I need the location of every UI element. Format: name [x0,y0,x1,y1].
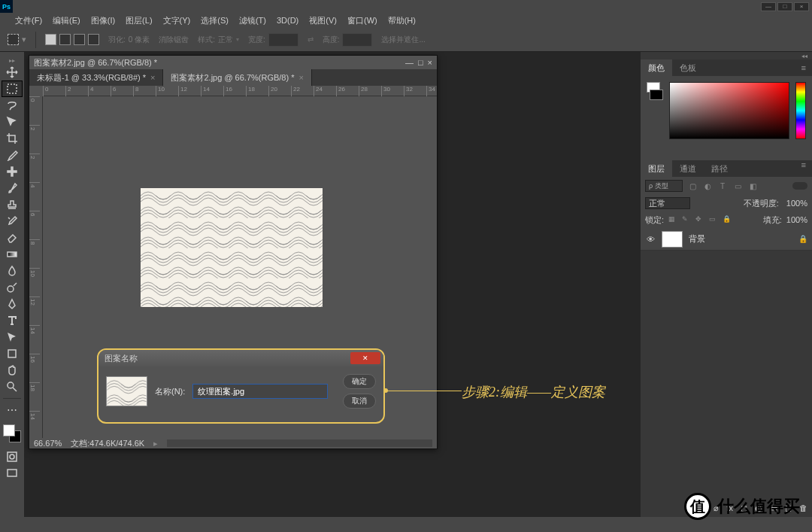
lock-position-icon[interactable]: ✥ [695,215,704,224]
marquee-tool-icon[interactable] [8,34,19,45]
tab-pattern[interactable]: 图案素材2.jpg @ 66.7%(RGB/8) * × [163,69,311,86]
menu-image[interactable]: 图像(I) [91,15,115,26]
panel-menu-icon[interactable]: ≡ [795,63,812,72]
filter-adjustment-icon[interactable]: ◐ [702,181,713,191]
menu-window[interactable]: 窗口(W) [347,15,377,26]
filter-type-icon[interactable]: T [717,181,728,191]
opacity-value[interactable]: 100% [786,199,807,208]
selection-add-icon[interactable] [59,34,71,45]
zoom-level[interactable]: 66.67% [34,439,62,448]
dialog-titlebar[interactable]: 图案名称 ✕ [98,350,383,366]
menu-filter[interactable]: 滤镜(T) [239,15,266,26]
panel-collapse-icon[interactable]: ◂◂ [641,52,812,59]
doc-size[interactable]: 文档:474.6K/474.6K [71,438,144,449]
foreground-swatch[interactable] [3,424,15,436]
menu-edit[interactable]: 编辑(E) [53,15,80,26]
filter-smart-icon[interactable]: ◧ [747,181,758,191]
visibility-icon[interactable]: 👁 [645,235,656,244]
menu-3d[interactable]: 3D(D) [277,16,298,25]
edit-toolbar-icon[interactable]: ⋯ [2,402,23,418]
layers-menu-icon[interactable]: ≡ [795,160,812,177]
tab-close-icon[interactable]: × [298,73,303,82]
svg-rect-9 [8,470,17,476]
doc-close-icon[interactable]: × [428,58,432,67]
screen-mode-icon[interactable] [2,465,23,482]
menu-view[interactable]: 视图(V) [309,15,337,26]
panel-bg-swatch[interactable] [650,90,663,100]
menu-layer[interactable]: 图层(L) [126,15,152,26]
menu-type[interactable]: 文字(Y) [163,15,191,26]
tab-channels[interactable]: 通道 [672,160,704,177]
blend-mode-dropdown[interactable]: 正常 [645,197,690,209]
eraser-tool[interactable] [2,230,23,246]
crop-tool[interactable] [2,130,23,147]
menu-file[interactable]: 文件(F) [15,15,42,26]
tools-collapse-icon[interactable]: ▸▸ [0,56,24,64]
menu-help[interactable]: 帮助(H) [388,15,416,26]
refine-edge-button[interactable]: 选择并遮住... [381,35,425,45]
filter-type-dropdown[interactable]: ρ 类型 [645,180,683,192]
document-titlebar[interactable]: 图案素材2.jpg @ 66.7%(RGB/8) * — □ × [29,56,437,69]
tab-swatches[interactable]: 色板 [672,59,704,76]
lock-image-icon[interactable]: ✎ [682,215,691,224]
fill-value[interactable]: 100% [786,215,807,224]
pattern-name-input[interactable] [192,384,328,399]
blur-tool[interactable] [2,263,23,279]
tab-untitled[interactable]: 未标题-1 @ 33.3%(RGB/8#) * × [29,69,163,86]
delete-layer-icon[interactable]: 🗑 [799,503,807,512]
healing-tool[interactable] [2,163,23,180]
selection-intersect-icon[interactable] [88,34,99,45]
stamp-tool[interactable] [2,196,23,213]
zoom-tool[interactable] [2,378,23,395]
close-button[interactable]: × [794,2,809,11]
lasso-tool[interactable] [2,97,23,114]
lock-all-icon[interactable]: 🔒 [723,215,732,224]
ruler-vertical[interactable]: 022468101214161814 [29,96,43,438]
lock-artboard-icon[interactable]: ▭ [709,215,718,224]
tab-color[interactable]: 颜色 [641,59,672,76]
name-label: 名称(N): [155,386,185,397]
selection-subtract-icon[interactable] [74,34,85,45]
selection-new-icon[interactable] [45,34,56,45]
horizontal-scrollbar[interactable] [167,439,432,447]
layer-row[interactable]: 👁 背景 🔒 [641,228,812,251]
pen-tool[interactable] [2,296,23,312]
shape-tool[interactable] [2,345,23,362]
tab-paths[interactable]: 路径 [704,160,735,177]
doc-minimize-icon[interactable]: — [405,58,414,67]
app-logo: Ps [0,0,13,13]
marquee-tool[interactable] [2,81,23,97]
maximize-button[interactable]: □ [777,2,792,11]
type-tool[interactable] [2,312,23,329]
filter-image-icon[interactable]: ▢ [687,181,698,191]
quick-mask-icon[interactable] [2,448,23,465]
layer-thumbnail[interactable] [662,231,683,248]
brush-tool[interactable] [2,180,23,196]
feather-value[interactable]: 0 像素 [129,35,150,45]
menu-select[interactable]: 选择(S) [201,15,229,26]
lock-transparency-icon[interactable]: ▦ [668,215,677,224]
minimize-button[interactable]: — [761,2,776,11]
ok-button[interactable]: 确定 [343,374,376,389]
history-brush-tool[interactable] [2,213,23,230]
tab-layers[interactable]: 图层 [641,160,672,177]
move-tool[interactable] [2,64,23,81]
color-field[interactable] [669,82,789,139]
path-tool[interactable] [2,329,23,345]
filter-shape-icon[interactable]: ▭ [732,181,743,191]
hand-tool[interactable] [2,362,23,378]
cancel-button[interactable]: 取消 [343,394,376,409]
quick-select-tool[interactable] [2,114,23,130]
hue-slider[interactable] [795,82,806,139]
style-dropdown[interactable]: 正常 [218,35,233,45]
filter-toggle[interactable] [792,182,807,190]
layer-name[interactable]: 背景 [689,233,705,245]
tab-close-icon[interactable]: × [150,73,155,82]
ruler-horizontal[interactable]: 0246810121416182022242628303234 [43,86,437,96]
color-swatches[interactable] [3,424,21,442]
gradient-tool[interactable] [2,246,23,263]
dialog-close-button[interactable]: ✕ [350,352,380,364]
eyedropper-tool[interactable] [2,147,23,163]
dodge-tool[interactable] [2,279,23,296]
doc-maximize-icon[interactable]: □ [418,58,423,67]
